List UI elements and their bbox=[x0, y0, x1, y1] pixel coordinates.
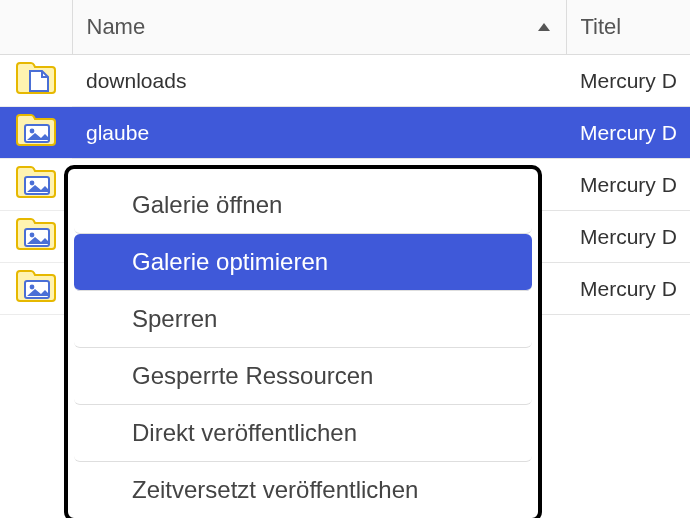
context-menu: Galerie öffnenGalerie optimierenSperrenG… bbox=[64, 165, 542, 518]
folder-image-icon bbox=[0, 107, 72, 159]
column-header-name[interactable]: Name bbox=[72, 0, 566, 55]
row-titel: Mercury D bbox=[566, 263, 690, 315]
row-titel: Mercury D bbox=[566, 55, 690, 107]
folder-document-icon bbox=[0, 55, 72, 107]
column-header-titel-label: Titel bbox=[581, 14, 622, 39]
context-menu-item[interactable]: Galerie öffnen bbox=[74, 177, 532, 234]
context-menu-item[interactable]: Galerie optimieren bbox=[74, 234, 532, 291]
row-name: downloads bbox=[72, 55, 566, 107]
sort-asc-icon bbox=[538, 23, 550, 31]
column-header-name-label: Name bbox=[87, 14, 146, 39]
column-header-titel[interactable]: Titel bbox=[566, 0, 690, 55]
row-titel: Mercury D bbox=[566, 159, 690, 211]
context-menu-item[interactable]: Sperren bbox=[74, 291, 532, 348]
context-menu-item[interactable]: Zeitversetzt veröffentlichen bbox=[74, 462, 532, 518]
column-header-icon[interactable] bbox=[0, 0, 72, 55]
folder-image-icon bbox=[0, 211, 72, 263]
row-titel: Mercury D bbox=[566, 107, 690, 159]
folder-image-icon bbox=[0, 159, 72, 211]
table-row[interactable]: downloadsMercury D bbox=[0, 55, 690, 107]
row-titel: Mercury D bbox=[566, 211, 690, 263]
context-menu-item[interactable]: Direkt veröffentlichen bbox=[74, 405, 532, 462]
context-menu-item[interactable]: Gesperrte Ressourcen bbox=[74, 348, 532, 405]
table-row[interactable]: glaubeMercury D bbox=[0, 107, 690, 159]
folder-image-icon bbox=[0, 263, 72, 315]
row-name: glaube bbox=[72, 107, 566, 159]
